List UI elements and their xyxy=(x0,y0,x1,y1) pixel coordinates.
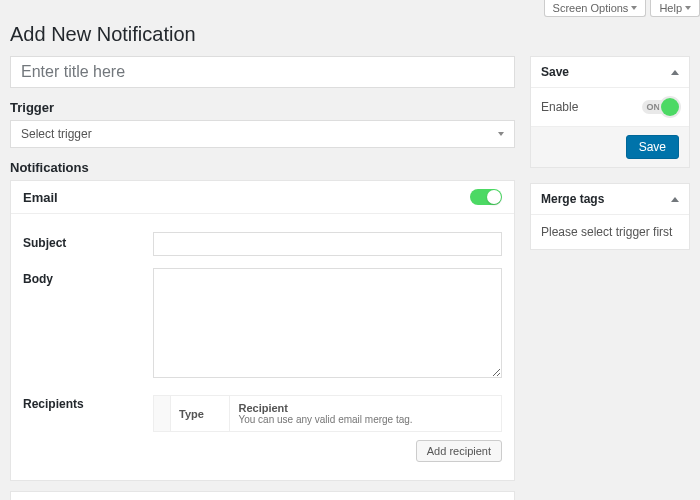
trigger-label: Trigger xyxy=(10,100,515,115)
merge-tags-body: Please select trigger first xyxy=(531,215,689,249)
screen-options-button[interactable]: Screen Options xyxy=(544,0,647,17)
body-label: Body xyxy=(23,268,153,381)
type-header: Type xyxy=(171,396,230,432)
page-title: Add New Notification xyxy=(10,23,690,46)
chevron-down-icon xyxy=(685,6,691,10)
recipient-hint: You can use any valid email merge tag. xyxy=(238,414,493,425)
enable-toggle[interactable]: ON xyxy=(642,98,680,116)
title-input[interactable] xyxy=(10,56,515,88)
subject-input[interactable] xyxy=(153,232,502,256)
save-title: Save xyxy=(541,65,569,79)
chevron-down-icon xyxy=(498,132,504,136)
trigger-select[interactable]: Select trigger xyxy=(10,120,515,148)
recipient-header: Recipient You can use any valid email me… xyxy=(230,396,502,432)
body-textarea[interactable] xyxy=(153,268,502,378)
save-box: Save Enable ON Save xyxy=(530,56,690,168)
email-title: Email xyxy=(23,190,58,205)
enable-label: Enable xyxy=(541,100,578,114)
subject-label: Subject xyxy=(23,232,153,256)
email-box: Email Subject Body Recipients xyxy=(10,180,515,481)
recipients-table: Type Recipient You can use any valid ema… xyxy=(153,395,502,432)
chevron-down-icon xyxy=(631,6,637,10)
merge-tags-title: Merge tags xyxy=(541,192,604,206)
recipients-label: Recipients xyxy=(23,393,153,462)
screen-options-label: Screen Options xyxy=(553,2,629,14)
table-handle-col xyxy=(154,396,171,432)
add-recipient-button[interactable]: Add recipient xyxy=(416,440,502,462)
webhook-box: Webhook xyxy=(10,491,515,500)
toggle-knob-icon xyxy=(661,98,679,116)
notifications-label: Notifications xyxy=(10,160,515,175)
help-button[interactable]: Help xyxy=(650,0,700,17)
save-button[interactable]: Save xyxy=(626,135,679,159)
email-toggle[interactable] xyxy=(470,189,502,205)
chevron-up-icon[interactable] xyxy=(671,197,679,202)
help-label: Help xyxy=(659,2,682,14)
merge-tags-box: Merge tags Please select trigger first xyxy=(530,183,690,250)
trigger-select-placeholder: Select trigger xyxy=(21,127,92,141)
chevron-up-icon[interactable] xyxy=(671,70,679,75)
